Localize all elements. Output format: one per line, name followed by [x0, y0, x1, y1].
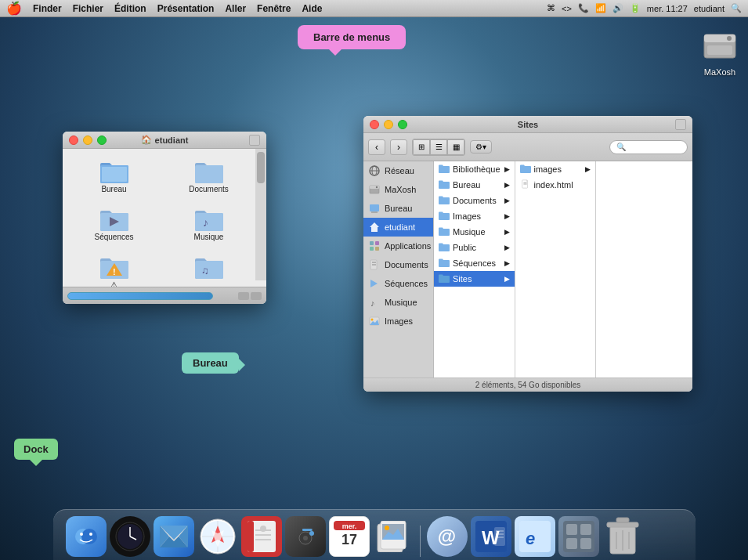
close-button[interactable]	[69, 135, 78, 145]
column-view-button[interactable]: ▦	[447, 139, 464, 155]
dock-ical[interactable]: mer. 17	[329, 516, 370, 557]
folder-bureau[interactable]: Bureau	[70, 157, 157, 197]
svg-rect-89	[566, 524, 577, 535]
search-icon[interactable]: 🔍	[731, 3, 742, 13]
svg-marker-32	[370, 280, 378, 287]
music-icon: ♪	[368, 296, 381, 309]
svg-rect-25	[370, 241, 374, 245]
arrow-icon: ▶	[585, 165, 591, 173]
finder-col3	[596, 161, 692, 378]
safari-dock-icon	[199, 518, 237, 555]
sidebar-item-bureau[interactable]: Bureau	[363, 199, 433, 218]
sidebar-item-musique-large[interactable]: ♪ Musique	[363, 293, 433, 312]
dock-clock[interactable]	[110, 516, 150, 557]
dock-mail[interactable]	[154, 516, 194, 557]
dock-addressbook[interactable]	[241, 516, 282, 557]
search-input[interactable]	[609, 140, 688, 154]
sidebar-item-images-large[interactable]: Images	[363, 312, 433, 331]
right-arrow[interactable]	[251, 292, 262, 300]
dock-preview[interactable]	[373, 516, 414, 557]
sidebar-item-documents-large[interactable]: Documents	[363, 255, 433, 274]
menubar-right: ⌘ <> 📞 📶 🔊 🔋 mer. 11:27 etudiant 🔍	[547, 3, 742, 13]
dock-itunes[interactable]	[285, 516, 326, 557]
resize-handle[interactable]	[675, 119, 686, 130]
dock-safari[interactable]	[197, 516, 238, 557]
menu-presentation[interactable]: Présentation	[157, 3, 215, 14]
forward-button[interactable]: ›	[390, 139, 407, 155]
sidebar-item-reseau[interactable]: Réseau	[363, 161, 433, 180]
volume-icon: 🔊	[612, 3, 623, 13]
svg-rect-9	[195, 213, 223, 231]
wifi-icon: 📶	[595, 3, 606, 13]
finder-small-title: 🏠 etudiant	[141, 135, 189, 145]
folder-musique[interactable]: ♪ Musique	[165, 204, 252, 244]
col1-images[interactable]: Images ▶	[434, 208, 515, 224]
bureau-icon	[368, 202, 381, 215]
col2-images[interactable]: images ▶	[515, 161, 596, 177]
finder-col1: Bibliothèque ▶ Bureau ▶ Documents ▶	[434, 161, 515, 378]
ie-dock-icon: e	[519, 521, 551, 552]
folder-icon-col1-bureau	[439, 179, 450, 190]
left-arrow[interactable]	[238, 292, 249, 300]
mail-dock-icon	[160, 526, 188, 547]
dock-trash[interactable]	[602, 516, 643, 557]
folder-icon-col1-sites	[439, 273, 450, 284]
progress-bar	[67, 292, 213, 300]
col2-index-html[interactable]: index.html	[515, 177, 596, 193]
col1-sites[interactable]: Sites ▶	[434, 271, 515, 287]
dock-widget[interactable]	[558, 516, 599, 557]
desktop-maxosh[interactable]: MaXosh	[699, 28, 740, 77]
sidebar-item-applications[interactable]: Applications	[363, 237, 433, 255]
menu-finder[interactable]: Finder	[33, 3, 62, 14]
finder-small-toolbar	[63, 287, 266, 304]
menu-fichier[interactable]: Fichier	[73, 3, 103, 14]
sidebar-item-sequences-large[interactable]: Séquences	[363, 274, 433, 293]
action-button[interactable]: ⚙▾	[470, 140, 492, 154]
dock-finder[interactable]	[66, 516, 107, 557]
preview-dock-icon	[374, 521, 412, 552]
bluetooth-icon: ⌘	[547, 3, 555, 13]
svg-rect-23	[371, 211, 378, 213]
close-button-large[interactable]	[370, 120, 379, 129]
folder-documents[interactable]: Documents	[165, 157, 252, 197]
back-button[interactable]: ‹	[368, 139, 385, 155]
col1-sequences[interactable]: Séquences ▶	[434, 255, 515, 271]
icon-view-button[interactable]: ⊞	[413, 139, 430, 155]
folder-sequences[interactable]: Séquences	[70, 204, 157, 244]
scrollbar[interactable]	[255, 149, 266, 280]
menu-aller[interactable]: Aller	[225, 3, 246, 14]
arrow-icon: ▶	[504, 259, 510, 267]
menu-aide[interactable]: Aide	[302, 3, 322, 14]
dock-ie[interactable]: e	[515, 516, 555, 557]
svg-text:♪: ♪	[370, 298, 375, 308]
menu-fenetre[interactable]: Fenêtre	[257, 3, 291, 14]
trash-dock-icon	[605, 516, 640, 557]
svg-point-2	[727, 36, 732, 41]
list-view-button[interactable]: ☰	[430, 139, 447, 155]
apple-menu[interactable]: 🍎	[6, 1, 22, 16]
col1-documents[interactable]: Documents ▶	[434, 193, 515, 208]
seq-icon	[368, 277, 381, 290]
callout-bureau: Bureau	[182, 352, 239, 374]
col1-bibliotheque[interactable]: Bibliothèque ▶	[434, 161, 515, 177]
scrollbar-thumb[interactable]	[257, 152, 265, 183]
resize-icon[interactable]	[249, 135, 260, 146]
col1-public[interactable]: Public ▶	[434, 240, 515, 255]
arrow-icon: ▶	[504, 244, 510, 251]
folder-warning[interactable]: ! ⚠	[70, 252, 157, 287]
folder-icon-extra: ♫	[195, 255, 223, 279]
menu-edition[interactable]: Édition	[114, 3, 146, 14]
dock-word[interactable]: W	[471, 516, 511, 557]
sidebar-item-etudiant[interactable]: etudiant	[363, 218, 433, 237]
dock-mail2[interactable]: @	[427, 516, 468, 557]
minimize-button-large[interactable]	[384, 120, 393, 129]
maximize-button[interactable]	[97, 135, 107, 145]
maximize-button-large[interactable]	[398, 120, 407, 129]
col1-musique[interactable]: Musique ▶	[434, 224, 515, 240]
folder-extra[interactable]: ♫	[165, 252, 252, 287]
sidebar-item-maxosh[interactable]: MaXosh	[363, 180, 433, 199]
word-dock-icon: W	[475, 521, 507, 552]
time-display: mer. 11:27	[647, 4, 688, 13]
col1-bureau[interactable]: Bureau ▶	[434, 177, 515, 193]
minimize-button[interactable]	[83, 135, 92, 145]
